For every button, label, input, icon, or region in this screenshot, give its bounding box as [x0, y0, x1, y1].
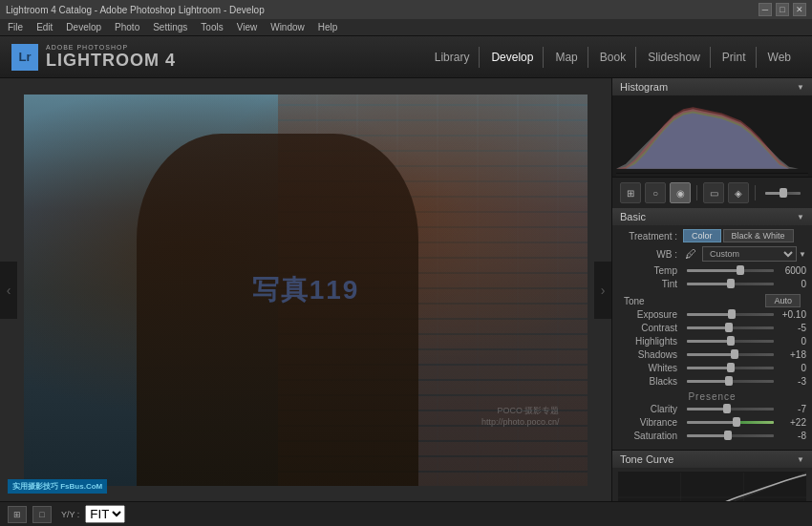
- menu-view[interactable]: View: [237, 22, 258, 32]
- clarity-thumb[interactable]: [723, 404, 731, 413]
- saturation-slider[interactable]: [687, 434, 774, 437]
- tool-separator-1: [696, 185, 697, 200]
- lr-badge: Lr: [11, 44, 38, 71]
- loupe-view-button[interactable]: □: [32, 506, 52, 523]
- basic-toggle-icon: ▼: [797, 213, 804, 221]
- wb-select[interactable]: Custom Auto Daylight: [702, 246, 797, 262]
- tab-library[interactable]: Library: [425, 47, 481, 68]
- menu-develop[interactable]: Develop: [66, 22, 101, 32]
- next-photo-button[interactable]: ›: [594, 262, 611, 319]
- blacks-slider[interactable]: [687, 380, 774, 383]
- graduated-filter-tool[interactable]: ▭: [703, 182, 724, 203]
- tab-map[interactable]: Map: [545, 47, 588, 68]
- spot-removal-tool[interactable]: ○: [645, 182, 666, 203]
- histogram-area: ISO 640 35mm f/2.5 1/50 sec: [612, 95, 812, 177]
- histogram-header[interactable]: Histogram ▼: [612, 78, 812, 95]
- exposure-value: +0.10: [778, 309, 806, 320]
- camera-info: ISO 640 35mm f/2.5 1/50 sec: [616, 173, 808, 177]
- whites-fill: [687, 367, 731, 369]
- basic-label: Basic: [620, 211, 646, 222]
- tone-label: Tone: [624, 296, 645, 306]
- tab-develop[interactable]: Develop: [481, 47, 544, 68]
- window-title: Lightroom 4 Catalog - Adobe Photoshop Li…: [6, 5, 265, 15]
- highlights-slider[interactable]: [687, 340, 774, 343]
- nav-tabs: Library Develop Map Book Slideshow Print…: [425, 47, 801, 68]
- photo-area: ‹ 写真119 POCO·摄影专题 http://photo.poco.cn/ …: [0, 78, 611, 501]
- tint-row: Tint 0: [618, 279, 806, 289]
- whites-label: Whites: [618, 363, 683, 373]
- vibrance-slider[interactable]: [687, 421, 774, 424]
- tab-web[interactable]: Web: [759, 47, 801, 68]
- blacks-label: Blacks: [618, 376, 683, 387]
- contrast-slider[interactable]: [687, 326, 774, 329]
- basic-header[interactable]: Basic ▼: [612, 208, 812, 225]
- menu-help[interactable]: Help: [318, 22, 338, 32]
- titlebar: Lightroom 4 Catalog - Adobe Photoshop Li…: [0, 0, 812, 19]
- tone-curve-header[interactable]: Tone Curve ▼: [612, 451, 812, 468]
- vibrance-value: +22: [778, 417, 806, 428]
- saturation-row: Saturation -8: [618, 431, 806, 441]
- tint-thumb[interactable]: [727, 279, 735, 288]
- bottom-toolbar: ⊞ □ Y/Y : FIT 1:1 1:2 2:1: [0, 501, 812, 526]
- menu-edit[interactable]: Edit: [36, 22, 53, 32]
- menu-settings[interactable]: Settings: [153, 22, 187, 32]
- exposure-label: Exposure: [618, 309, 683, 320]
- main-content: ‹ 写真119 POCO·摄影专题 http://photo.poco.cn/ …: [0, 78, 812, 501]
- shadows-slider[interactable]: [687, 353, 774, 356]
- menubar: File Edit Develop Photo Settings Tools V…: [0, 19, 812, 36]
- menu-window[interactable]: Window: [270, 22, 305, 32]
- wb-eyedropper-tool[interactable]: 🖊: [683, 246, 698, 262]
- temp-thumb[interactable]: [737, 265, 744, 275]
- grid-view-button[interactable]: ⊞: [8, 506, 27, 523]
- photo-person: [137, 134, 418, 486]
- window-controls: ─ □ ✕: [759, 3, 806, 16]
- exposure-quick-slider[interactable]: [765, 192, 801, 195]
- tint-value: 0: [778, 279, 806, 289]
- menu-photo[interactable]: Photo: [115, 22, 139, 32]
- bw-button[interactable]: Black & White: [723, 229, 794, 242]
- auto-tone-button[interactable]: Auto: [765, 294, 801, 307]
- tint-slider[interactable]: [687, 283, 774, 285]
- clarity-label: Clarity: [618, 404, 683, 414]
- radial-filter-tool[interactable]: ◈: [728, 182, 749, 203]
- prev-photo-button[interactable]: ‹: [0, 262, 17, 319]
- tone-curve-section: Tone Curve ▼: [612, 451, 812, 501]
- shadows-label: Shadows: [618, 349, 683, 360]
- vibrance-thumb[interactable]: [733, 417, 740, 427]
- whites-thumb[interactable]: [727, 363, 735, 372]
- shadows-thumb[interactable]: [731, 349, 738, 359]
- zoom-select[interactable]: FIT 1:1 1:2 2:1: [85, 505, 125, 523]
- contrast-thumb[interactable]: [725, 323, 733, 332]
- close-button[interactable]: ✕: [793, 3, 806, 16]
- exposure-row: Exposure +0.10: [618, 309, 806, 320]
- tone-header-row: Tone Auto: [618, 292, 806, 309]
- tab-book[interactable]: Book: [590, 47, 636, 68]
- saturation-thumb[interactable]: [724, 431, 732, 440]
- contrast-label: Contrast: [618, 323, 683, 333]
- highlights-thumb[interactable]: [727, 336, 735, 346]
- whites-row: Whites 0: [618, 363, 806, 373]
- minimize-button[interactable]: ─: [759, 3, 772, 16]
- tab-print[interactable]: Print: [713, 47, 757, 68]
- exposure-thumb[interactable]: [728, 309, 736, 319]
- photo-canvas: 写真119 POCO·摄影专题 http://photo.poco.cn/: [24, 95, 588, 486]
- maximize-button[interactable]: □: [776, 3, 789, 16]
- menu-file[interactable]: File: [8, 22, 23, 32]
- crop-tool[interactable]: ⊞: [620, 182, 641, 203]
- redeye-tool[interactable]: ◉: [670, 182, 691, 203]
- logo-area: Lr ADOBE PHOTOSHOP LIGHTROOM 4: [11, 44, 176, 71]
- temp-slider[interactable]: [687, 269, 774, 272]
- clarity-slider[interactable]: [687, 408, 774, 410]
- blacks-fill: [687, 380, 729, 383]
- saturation-label: Saturation: [618, 431, 683, 441]
- tab-slideshow[interactable]: Slideshow: [638, 47, 711, 68]
- photo-container: 写真119 POCO·摄影专题 http://photo.poco.cn/: [24, 95, 588, 486]
- color-button[interactable]: Color: [683, 229, 721, 242]
- vibrance-fill: [687, 421, 737, 424]
- exposure-slider[interactable]: [687, 313, 774, 316]
- whites-slider[interactable]: [687, 367, 774, 369]
- wb-label: WB :: [618, 249, 683, 260]
- blacks-thumb[interactable]: [725, 376, 733, 386]
- tone-curve-label: Tone Curve: [620, 453, 673, 465]
- menu-tools[interactable]: Tools: [201, 22, 223, 32]
